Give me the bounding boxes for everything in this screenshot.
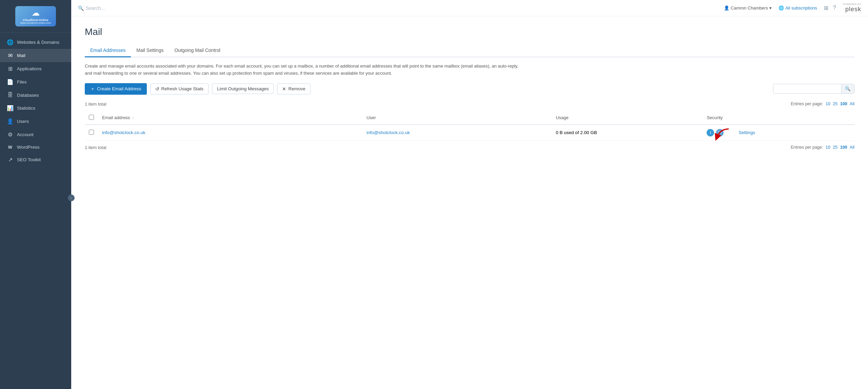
shield-icon[interactable]: 🛡 bbox=[716, 129, 724, 136]
entries-25[interactable]: 25 bbox=[833, 101, 837, 106]
sidebar-collapse-button[interactable]: ‹ bbox=[68, 194, 75, 201]
entries-25-bottom[interactable]: 25 bbox=[833, 145, 837, 150]
tab-mail-settings[interactable]: Mail Settings bbox=[131, 44, 169, 57]
sidebar-item-users[interactable]: 👤 Users bbox=[0, 115, 71, 128]
remove-button[interactable]: ✕ Remove bbox=[277, 84, 310, 94]
sidebar-item-mail[interactable]: ✉ Mail bbox=[0, 49, 71, 62]
topbar-right: 👤 Camron Chambers ▾ 🌐 All subscriptions … bbox=[724, 3, 861, 13]
sidebar-item-label: Files bbox=[17, 79, 27, 85]
create-email-address-button[interactable]: ＋ Create Email Address bbox=[85, 83, 147, 95]
sidebar-item-label: Applications bbox=[17, 66, 42, 71]
email-address-link[interactable]: info@shotclock.co.uk bbox=[102, 130, 145, 135]
items-total-bottom: 1 item total bbox=[85, 145, 106, 150]
entries-100-bottom[interactable]: 100 bbox=[840, 145, 847, 150]
entries-100[interactable]: 100 bbox=[840, 101, 847, 106]
subscriptions-label: All subscriptions bbox=[785, 5, 817, 11]
globe-icon: 🌐 bbox=[7, 39, 14, 45]
statistics-icon: 📊 bbox=[7, 105, 14, 111]
sidebar-item-applications[interactable]: ⊞ Applications bbox=[0, 62, 71, 75]
select-all-checkbox[interactable] bbox=[89, 115, 94, 120]
user-name: Camron Chambers bbox=[731, 5, 768, 11]
table-search-input[interactable] bbox=[773, 84, 841, 93]
info-icon[interactable]: i bbox=[707, 129, 714, 136]
entries-all-bottom[interactable]: All bbox=[850, 145, 854, 150]
topbar-icon-group: ⊞ ? bbox=[824, 5, 836, 11]
toolbar: ＋ Create Email Address ↺ Refresh Usage S… bbox=[85, 83, 854, 95]
create-email-label: Create Email Address bbox=[97, 86, 141, 91]
help-icon[interactable]: ? bbox=[833, 5, 836, 11]
table-search-button[interactable]: 🔍 bbox=[841, 84, 854, 93]
search-icon: 🔍 bbox=[78, 5, 84, 11]
plesk-logo: POWERED BY plesk bbox=[843, 3, 861, 13]
plus-icon: ＋ bbox=[90, 86, 95, 92]
items-total-top: 1 item total bbox=[85, 101, 106, 107]
limit-label: Limit Outgoing Messages bbox=[217, 86, 269, 91]
user-email-link[interactable]: info@shotclock.co.uk bbox=[367, 130, 410, 135]
col-header-security: Security bbox=[703, 111, 854, 125]
refresh-usage-stats-button[interactable]: ↺ Refresh Usage Stats bbox=[150, 84, 209, 94]
user-icon: 👤 bbox=[724, 5, 729, 11]
usage-cell: 0 B used of 2.00 GB bbox=[552, 125, 703, 141]
sidebar-item-label: Mail bbox=[17, 53, 25, 58]
page-description: Create and manage email accounts associa… bbox=[85, 63, 519, 77]
limit-outgoing-messages-button[interactable]: Limit Outgoing Messages bbox=[212, 84, 274, 94]
mail-icon: ✉ bbox=[7, 52, 14, 59]
remove-label: Remove bbox=[288, 86, 305, 91]
table-row: info@shotclock.co.uk info@shotclock.co.u… bbox=[85, 125, 854, 141]
search-input[interactable]: Search... bbox=[86, 5, 105, 11]
sidebar-item-databases[interactable]: 🗄 Databases bbox=[0, 89, 71, 101]
sidebar-item-files[interactable]: 📄 Files bbox=[0, 75, 71, 89]
table-search: 🔍 bbox=[773, 84, 854, 94]
entries-label: Entries per page: bbox=[791, 101, 823, 106]
databases-icon: 🗄 bbox=[7, 92, 14, 98]
tab-outgoing-mail-control[interactable]: Outgoing Mail Control bbox=[169, 44, 225, 57]
sidebar-item-wordpress[interactable]: W WordPress bbox=[0, 141, 71, 153]
col-header-usage: Usage bbox=[552, 111, 703, 125]
entries-10-bottom[interactable]: 10 bbox=[826, 145, 830, 150]
sidebar-item-statistics[interactable]: 📊 Statistics bbox=[0, 101, 71, 115]
topbar: 🔍 Search... 👤 Camron Chambers ▾ 🌐 All su… bbox=[71, 0, 868, 16]
sort-arrow-icon[interactable]: ↑ bbox=[132, 116, 134, 120]
sidebar-item-websites-domains[interactable]: 🌐 Websites & Domains bbox=[0, 36, 71, 49]
col-header-user: User bbox=[362, 111, 552, 125]
sidebar-item-account[interactable]: ⚙ Account bbox=[0, 128, 71, 141]
plesk-name-text: plesk bbox=[843, 6, 861, 13]
remove-icon: ✕ bbox=[282, 86, 286, 92]
globe-small-icon: 🌐 bbox=[778, 5, 784, 11]
user-menu[interactable]: 👤 Camron Chambers ▾ bbox=[724, 5, 772, 11]
row-checkbox[interactable] bbox=[89, 130, 94, 135]
entries-per-page-top: Entries per page: 10 25 100 All bbox=[791, 101, 854, 106]
sidebar-item-label: Account bbox=[17, 132, 34, 137]
settings-link[interactable]: Settings bbox=[738, 130, 755, 135]
search-area: 🔍 Search... bbox=[78, 5, 720, 11]
email-table: Email address ↑ User Usage Security info… bbox=[85, 111, 854, 141]
logo-cloud-icon: ☁ bbox=[32, 9, 39, 18]
content-area: Mail Email Addresses Mail Settings Outgo… bbox=[71, 16, 868, 389]
sidebar-nav: 🌐 Websites & Domains ✉ Mail ⊞ Applicatio… bbox=[0, 33, 71, 389]
users-icon: 👤 bbox=[7, 118, 14, 125]
sidebar-item-label: Users bbox=[17, 119, 29, 124]
page-title: Mail bbox=[85, 26, 854, 37]
subscriptions-link[interactable]: 🌐 All subscriptions bbox=[778, 5, 817, 11]
logo: ☁ Cloudhost-Online www.cloudhost-online.… bbox=[0, 0, 71, 33]
files-icon: 📄 bbox=[7, 79, 14, 85]
search-icon: 🔍 bbox=[845, 86, 851, 91]
sidebar-item-seo-toolkit[interactable]: ↗ SEO Toolkit bbox=[0, 153, 71, 166]
col-header-email: Email address ↑ bbox=[98, 111, 362, 125]
entries-all[interactable]: All bbox=[850, 101, 854, 106]
tab-email-addresses[interactable]: Email Addresses bbox=[85, 44, 131, 57]
main-content: 🔍 Search... 👤 Camron Chambers ▾ 🌐 All su… bbox=[71, 0, 868, 389]
entries-label-bottom: Entries per page: bbox=[791, 145, 823, 150]
sidebar-item-label: WordPress bbox=[17, 145, 40, 150]
applications-icon: ⊞ bbox=[7, 66, 14, 72]
sidebar-item-label: Statistics bbox=[17, 106, 35, 111]
sidebar-item-label: Databases bbox=[17, 93, 39, 98]
entries-per-page-bottom: Entries per page: 10 25 100 All bbox=[791, 145, 854, 150]
extensions-icon[interactable]: ⊞ bbox=[824, 5, 828, 11]
seo-toolkit-icon: ↗ bbox=[7, 156, 14, 163]
sidebar-item-label: Websites & Domains bbox=[17, 40, 59, 45]
sidebar: ☁ Cloudhost-Online www.cloudhost-online.… bbox=[0, 0, 71, 389]
refresh-icon: ↺ bbox=[155, 86, 159, 92]
logo-sub: www.cloudhost-online.com bbox=[20, 22, 51, 24]
entries-10[interactable]: 10 bbox=[826, 101, 830, 106]
